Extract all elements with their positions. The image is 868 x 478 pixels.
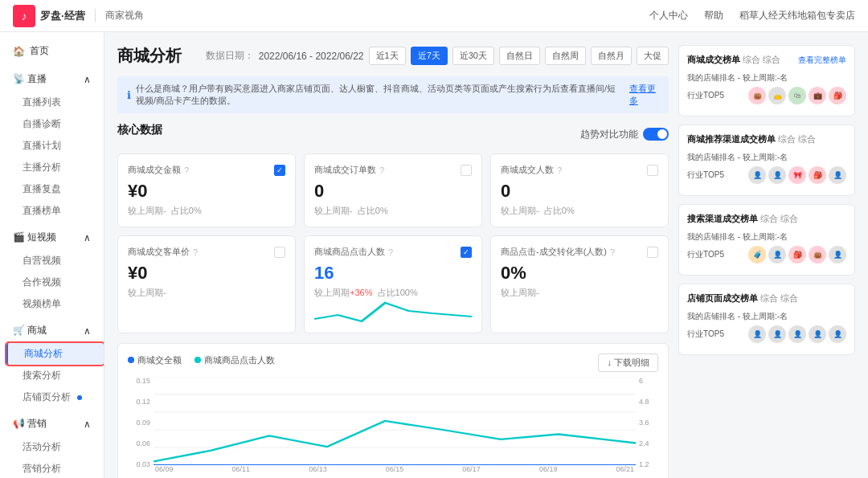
rank-label-my-storepage: 我的店铺排名 - 较上周期:-名 bbox=[687, 311, 788, 322]
personal-center-link[interactable]: 个人中心 bbox=[649, 9, 688, 22]
sidebar-item-live-diag[interactable]: 自播诊断 bbox=[6, 113, 104, 135]
date-btn-7d[interactable]: 近7天 bbox=[411, 47, 448, 65]
sidebar-label-live-anchor: 主播分析 bbox=[23, 161, 61, 174]
metric-checkbox-gmv[interactable]: ✓ bbox=[274, 165, 285, 176]
date-btn-natural-week[interactable]: 自然周 bbox=[545, 47, 586, 65]
metric-card-header-orders: 商城成交订单数 ? bbox=[314, 164, 472, 176]
help-link[interactable]: 帮助 bbox=[704, 9, 723, 22]
content-area: 商城分析 数据日期： 2022/06/16 - 2022/06/22 近1天 近… bbox=[104, 32, 868, 478]
sidebar-header-live[interactable]: 📡 直播 ∧ bbox=[0, 67, 104, 92]
main-panel: 商城分析 数据日期： 2022/06/16 - 2022/06/22 近1天 近… bbox=[117, 45, 669, 465]
rank-card-title-search: 搜索渠道成交榜单 综合 综合 bbox=[687, 213, 798, 225]
rank-icon-4-search: 👜 bbox=[809, 246, 826, 264]
sidebar-item-store-page[interactable]: 店铺页分析 bbox=[6, 386, 104, 408]
metric-value-clicks: 16 bbox=[314, 263, 472, 284]
view-all-mall[interactable]: 查看完整榜单 bbox=[798, 55, 846, 66]
rank-row-my-mall: 我的店铺排名 - 较上周期:-名 bbox=[687, 72, 846, 84]
sidebar-item-sv-collab[interactable]: 合作视频 bbox=[6, 272, 104, 293]
sidebar-item-activity[interactable]: 活动分析 bbox=[6, 436, 104, 458]
sidebar-sub-live: 直播列表 自播诊断 直播计划 主播分析 直播复盘 直播榜单 bbox=[0, 92, 104, 222]
trend-label: 趋势对比功能 bbox=[580, 128, 638, 141]
sidebar-label-store-page: 店铺页分析 bbox=[23, 390, 71, 404]
home-icon: 🏠 bbox=[13, 46, 25, 57]
sidebar-item-live-list[interactable]: 直播列表 bbox=[6, 92, 104, 113]
metric-card-header-buyers: 商城成交人数 ? bbox=[501, 164, 658, 176]
merchant-label[interactable]: 商家视角 bbox=[95, 9, 144, 22]
rank-icons-recommend: 👤 👤 🎀 🎒 👤 bbox=[748, 166, 846, 184]
sidebar-label-sv-collab: 合作视频 bbox=[23, 276, 61, 289]
metric-card-header-clicks: 商城商品点击人数 ? ✓ bbox=[314, 246, 472, 258]
sidebar-section-live: 📡 直播 ∧ 直播列表 自播诊断 直播计划 主播分析 直播复盘 直播榜单 bbox=[0, 67, 104, 222]
date-btn-natural-month[interactable]: 自然月 bbox=[591, 47, 632, 65]
sidebar-item-home[interactable]: 🏠 首页 bbox=[0, 39, 104, 63]
rank-label-top5-recommend: 行业TOP5 bbox=[687, 170, 724, 181]
metric-value-conversion: 0% bbox=[501, 263, 658, 284]
rank-icon-2-search: 👤 bbox=[768, 246, 786, 264]
date-btn-1d[interactable]: 近1天 bbox=[369, 47, 406, 65]
sidebar-item-sv-rank[interactable]: 视频榜单 bbox=[6, 293, 104, 315]
sidebar-section-home: 🏠 首页 bbox=[0, 39, 104, 63]
download-btn[interactable]: ↓ 下载明细 bbox=[598, 353, 658, 372]
metric-checkbox-buyers[interactable] bbox=[647, 165, 658, 176]
metric-checkbox-orders[interactable] bbox=[461, 165, 472, 176]
rank-icon-1-search: 🧳 bbox=[748, 246, 766, 264]
date-btn-promo[interactable]: 大促 bbox=[637, 47, 669, 65]
metric-card-conversion: 商品点击-成交转化率(人数) ? 0% 较上周期- bbox=[490, 235, 669, 333]
sidebar-label-mall-analysis: 商城分析 bbox=[24, 347, 63, 361]
sidebar-sub-marketing: 活动分析 营销分析 bbox=[0, 436, 104, 478]
rank-card-search: 搜索渠道成交榜单 综合 综合 我的店铺排名 - 较上周期:-名 行业TOP5 🧳… bbox=[678, 204, 855, 276]
metric-card-header-conversion: 商品点击-成交转化率(人数) ? bbox=[501, 246, 658, 258]
sidebar-item-sv-self[interactable]: 自营视频 bbox=[6, 250, 104, 272]
rank-label-top5-mall: 行业TOP5 bbox=[687, 90, 724, 101]
nav-left: ♪ 罗盘·经营 商家视角 bbox=[13, 5, 144, 27]
metric-sub-buyers: 较上周期- 占比0% bbox=[501, 205, 658, 217]
metric-name-buyers: 商城成交人数 ? bbox=[501, 164, 562, 176]
rank-card-storepage: 店铺页面成交榜单 综合 综合 我的店铺排名 - 较上周期:-名 行业TOP5 👤… bbox=[678, 284, 855, 355]
core-data-header: 核心数据 趋势对比功能 bbox=[117, 123, 669, 145]
chevron-mall-icon: ∧ bbox=[84, 325, 91, 337]
live-icon: 📡 bbox=[13, 73, 25, 84]
date-label: 数据日期： bbox=[206, 49, 254, 63]
metric-value-buyers: 0 bbox=[501, 181, 658, 202]
sidebar: 🏠 首页 📡 直播 ∧ 直播列表 自播诊断 直播计划 主播分析 直播复盘 直播榜… bbox=[0, 32, 104, 478]
rank-card-header-mall: 商城成交榜单 综合 综合 查看完整榜单 bbox=[687, 54, 846, 66]
date-btn-30d[interactable]: 近30天 bbox=[452, 47, 494, 65]
date-btn-natural-day[interactable]: 自然日 bbox=[499, 47, 540, 65]
sidebar-label-live-plan: 直播计划 bbox=[23, 139, 61, 153]
sidebar-label-home: 首页 bbox=[30, 44, 49, 58]
store-link[interactable]: 稻草人经天纬地箱包专卖店 bbox=[739, 9, 855, 22]
sidebar-item-search-analysis[interactable]: 搜索分析 bbox=[6, 365, 104, 386]
metric-card-header-atv: 商城成交客单价 ? bbox=[128, 246, 285, 258]
page-title: 商城分析 bbox=[117, 45, 182, 67]
sidebar-item-live-fund[interactable]: 直播复盘 bbox=[6, 178, 104, 200]
logo-icon: ♪ bbox=[13, 5, 35, 27]
logo-text: 罗盘·经营 bbox=[40, 9, 85, 23]
sidebar-item-mall-analysis[interactable]: 商城分析 bbox=[6, 343, 104, 365]
new-dot-indicator bbox=[77, 395, 82, 400]
sidebar-item-live-plan[interactable]: 直播计划 bbox=[6, 135, 104, 157]
rank-icon-3-mall: 🛍 bbox=[788, 87, 806, 104]
rank-card-header-search: 搜索渠道成交榜单 综合 综合 bbox=[687, 213, 846, 225]
toggle-switch[interactable] bbox=[643, 128, 669, 141]
metric-name-clicks: 商城商品点击人数 ? bbox=[314, 246, 393, 258]
sidebar-label-sv-rank: 视频榜单 bbox=[23, 297, 61, 311]
metric-card-header-gmv: 商城成交金额 ? ✓ bbox=[128, 164, 285, 176]
metric-checkbox-conversion[interactable] bbox=[647, 247, 658, 258]
right-panel: 商城成交榜单 综合 综合 查看完整榜单 我的店铺排名 - 较上周期:-名 行业T… bbox=[678, 45, 855, 465]
sidebar-item-live-rank[interactable]: 直播榜单 bbox=[6, 200, 104, 222]
rank-icon-1-store: 👤 bbox=[748, 325, 766, 343]
sidebar-section-shortvideo: 🎬 短视频 ∧ 自营视频 合作视频 视频榜单 bbox=[0, 225, 104, 315]
sidebar-item-live-anchor[interactable]: 主播分析 bbox=[6, 157, 104, 178]
sidebar-header-shortvideo[interactable]: 🎬 短视频 ∧ bbox=[0, 225, 104, 250]
metric-checkbox-clicks[interactable]: ✓ bbox=[461, 247, 472, 258]
metric-checkbox-atv[interactable] bbox=[274, 247, 285, 258]
trend-toggle[interactable]: 趋势对比功能 bbox=[580, 128, 669, 141]
sidebar-header-marketing[interactable]: 📢 营销 ∧ bbox=[0, 411, 104, 436]
sidebar-header-mall[interactable]: 🛒 商城 ∧ bbox=[0, 318, 104, 343]
x-axis-labels: 06/0906/1106/1306/1506/1706/1906/21 bbox=[154, 465, 636, 473]
nav-right: 个人中心 帮助 稻草人经天纬地箱包专卖店 bbox=[649, 9, 855, 22]
info-link[interactable]: 查看更多 bbox=[629, 83, 659, 107]
sidebar-item-mkt[interactable]: 营销分析 bbox=[6, 458, 104, 478]
rank-row-my-storepage: 我的店铺排名 - 较上周期:-名 bbox=[687, 311, 846, 322]
metric-value-atv: ¥0 bbox=[128, 263, 285, 284]
